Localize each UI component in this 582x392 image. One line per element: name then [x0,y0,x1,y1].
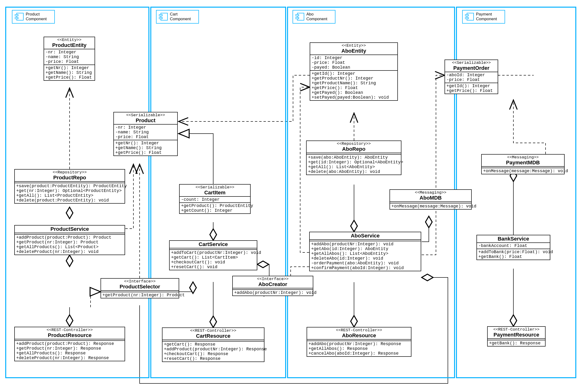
op: +getAllAbos(): List<AboEntity> [311,251,419,256]
op: +addToCart(productNr:Integer): void [171,250,255,255]
op: +getPrice(): Float [46,75,93,80]
svg-rect-23 [465,18,468,19]
class-productservice: ProductService +addProduct(product:Produ… [14,225,125,255]
svg-rect-12 [17,13,23,20]
class-paymentmdb: <<Messaging>>PaymentMDB +onMessage(messa… [481,154,564,174]
op: +getAbo(id:Integer): AboEntity [311,246,419,251]
op: +addAbo(productNr:Integer): void [311,242,419,246]
op: +addProduct(product:Product): Product [16,235,123,240]
attr: -name: String [115,130,176,134]
class-name: ProductService [16,226,123,232]
stereotype: <<Serializable>> [115,113,176,118]
op: +getCart(): Response [164,342,263,347]
op: +getAllProducts(): List<Product> [16,244,123,249]
stereotype: <<REST-Controller>> [16,328,123,332]
attr: -aboId: Integer [446,73,496,78]
svg-rect-17 [159,18,162,19]
svg-rect-13 [15,14,18,16]
stereotype: <<Entity>> [312,43,396,48]
op: +onMessage(message:Message): void [483,168,563,174]
attr: -price: Float [446,78,496,82]
op: +delete(abo:AboEntity): void [308,169,399,174]
attr: -price: Float [312,60,396,65]
op: +deleteProduct(nr:Integer): Response [16,356,123,360]
stereotype: <<Serializable>> [446,60,496,65]
class-bankservice: BankService -bankAccount: Float +addToBa… [476,235,550,260]
class-name: ProductEntity [46,42,93,48]
svg-rect-21 [467,13,474,20]
class-abocreator: <<Interface>>AboCreator +addAbo(productN… [232,276,313,296]
component-title: Payment Component [476,12,497,22]
component-label-abo: Abo Component [293,10,335,24]
class-name: CartItem [181,190,249,196]
attr: -price: Float [115,134,176,139]
component-title: Cart Component [170,12,191,22]
class-abomdb: <<Messaging>>AboMDB +onMessage(message:M… [389,189,472,210]
class-name: Product [115,118,176,124]
attr: -nr: Integer [115,125,176,130]
attr: -bankAccount: Float [478,244,548,248]
op: +getPrice(): Float [312,86,396,90]
op: +checkoutCart(): void [171,260,255,264]
class-name: BankService [478,236,548,242]
class-name: AboMDB [391,195,470,201]
stereotype: <<Messaging>> [391,190,470,195]
component-title: Abo Component [306,12,327,22]
attr: -price: Float [46,59,93,64]
op: +getAll(): List<AboEntity> [308,164,399,169]
op: +addToBank(price:Float): void [478,250,548,254]
op: +delete(product:ProductEntity): void [16,198,123,203]
op: +getName(): String [46,70,93,75]
class-productselector: <<Interface>>ProductSelector +getProduct… [101,278,179,298]
svg-rect-15 [161,13,168,20]
op: +getId(): Integer [312,71,396,76]
op: +getPrice(): Float [446,88,496,93]
class-name: CartResource [164,333,263,339]
svg-rect-18 [297,13,304,20]
class-name: AboCreator [234,281,311,288]
op: +confirmPayment(aboId:Integer): void [311,266,419,270]
stereotype: <<REST-Controller>> [489,327,544,332]
class-cartitem: <<Serializable>>CartItem -count: Integer… [179,184,251,214]
uml-diagram: Product Component Cart Component Abo Com… [0,0,582,392]
svg-rect-20 [295,18,299,19]
op: +getProduct(nr:Integer): Product [103,293,177,298]
class-productresource: <<REST-Controller>>ProductResource +addP… [14,327,125,361]
component-icon [15,12,24,21]
op: +getProductNr(): Integer [312,76,396,81]
attr: -payed: Boolean [312,65,396,70]
class-productentity: <<Entity>>ProductEntity -nr: Integer-nam… [44,37,95,81]
op: +onMessage(message:Message): void [391,204,470,208]
class-product: <<Serializable>>Product -nr: Integer-nam… [113,112,178,156]
class-paymentresource: <<REST-Controller>>PaymentResource +getB… [487,326,545,346]
stereotype: <<Messaging>> [483,155,563,160]
op: +checkoutCart(): Response [164,352,263,356]
component-icon [465,12,474,21]
component-icon [159,12,168,21]
class-name: ProductRepo [16,174,123,181]
class-productrepo: <<Repository>>ProductRepo +save(product:… [14,169,125,204]
op: +getNr(): Integer [115,141,176,146]
class-name: ProductSelector [103,284,177,290]
class-name: PaymentMDB [483,160,563,166]
class-name: AboResource [309,332,409,339]
class-cartservice: CartService +addToCart(productNr:Integer… [169,240,257,270]
op: +addAbo(productNr:Integer): Response [309,342,409,346]
op: +deleteProduct(nr:Integer): void [16,249,123,254]
op: +getAllAbos(): Response [309,346,409,351]
class-aboentity: <<Entity>>AboEntity -id: Integer-price: … [310,42,398,101]
op: +getName(): String [115,146,176,150]
class-name: AboService [311,233,419,239]
component-title: Product Component [26,12,47,22]
component-icon [295,12,304,21]
class-name: PaymentOrder [446,65,496,71]
svg-rect-19 [295,14,299,16]
op: +getId(): Integer [446,84,496,88]
op: +getPrice(): Float [115,150,176,155]
attr: -nr: Integer [46,50,93,54]
op: +setPayed(payed:Boolean): void [312,95,396,100]
stereotype: <<Interface>> [234,277,311,281]
op: +get(nr:Integer): Optional<ProductEntity… [16,188,123,193]
class-paymentorder: <<Serializable>>PaymentOrder -aboId: Int… [444,60,498,94]
attr: -count: Integer [181,197,249,202]
